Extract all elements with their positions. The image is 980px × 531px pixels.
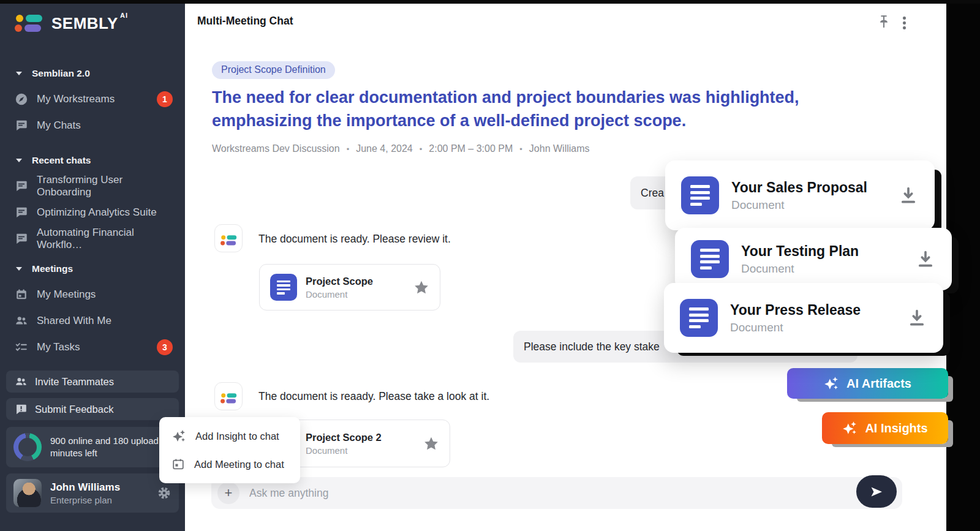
- chat-input-bar: +: [211, 477, 902, 509]
- user-plan: Enterprise plan: [50, 494, 120, 506]
- context-menu: Add Insight to chat Add Meeting to chat: [159, 417, 300, 483]
- frame-top-bar: [0, 0, 980, 4]
- sparkles-icon: [824, 375, 839, 391]
- meta-separator: [519, 143, 522, 154]
- sparkles-icon: [842, 420, 857, 436]
- document-icon: [680, 299, 718, 337]
- document-title: Project Scope 2: [306, 431, 382, 445]
- sidebar-section-semblian[interactable]: Semblian 2.0: [15, 66, 178, 81]
- ai-artifacts-button[interactable]: AI Artifacts: [787, 368, 948, 399]
- sidebar-item-recent-chat-2[interactable]: Optimizing Analytics Suite: [15, 205, 178, 220]
- download-icon[interactable]: [907, 307, 927, 328]
- send-button[interactable]: [856, 475, 897, 508]
- invite-teammates-button[interactable]: Invite Teammates: [6, 371, 179, 393]
- user-name: John Williams: [50, 481, 120, 494]
- artifact-type: Document: [731, 197, 867, 213]
- document-card-project-scope[interactable]: Project Scope Document: [259, 264, 440, 311]
- meta-source: Workstreams Dev Discussion: [212, 143, 340, 154]
- minutes-remaining-card: 900 online and 180 upload minutes left: [6, 427, 179, 467]
- menu-item-add-insight[interactable]: Add Insight to chat: [172, 424, 288, 448]
- artifact-card-press-release[interactable]: Your Press Release Document: [664, 283, 943, 353]
- tasks-icon: [15, 341, 28, 354]
- document-type: Document: [306, 445, 382, 457]
- meta-date: June 4, 2024: [356, 143, 413, 154]
- tasks-badge: 3: [157, 339, 173, 355]
- calendar-icon: [172, 458, 185, 471]
- sidebar-item-shared-with-me[interactable]: Shared With Me: [15, 313, 178, 329]
- download-icon[interactable]: [898, 185, 919, 206]
- feedback-icon: [15, 403, 28, 416]
- chat-icon: [15, 206, 28, 219]
- document-icon: [270, 274, 297, 301]
- document-type: Document: [306, 288, 373, 301]
- bot-avatar: [214, 224, 243, 252]
- app-window: SEMBLYAI Semblian 2.0 My Workstreams 1 M…: [0, 0, 980, 531]
- bot-message: The document is ready. Please review it.: [258, 233, 451, 246]
- sidebar: SEMBLYAI Semblian 2.0 My Workstreams 1 M…: [0, 0, 185, 531]
- user-profile-card[interactable]: John Williams Enterprise plan: [6, 473, 179, 513]
- bot-avatar: [214, 382, 243, 410]
- add-attachment-button[interactable]: +: [217, 482, 239, 504]
- sparkles-icon: [172, 429, 186, 443]
- artifact-card-sales-proposal[interactable]: Your Sales Proposal Document: [665, 160, 935, 230]
- sembly-logo-icon: [221, 235, 238, 246]
- sidebar-item-my-workstreams[interactable]: My Workstreams 1: [15, 91, 178, 107]
- compass-icon: [15, 92, 28, 106]
- chevron-down-icon: [16, 267, 22, 271]
- meta-separator: [347, 143, 350, 154]
- brand-logo: SEMBLYAI: [15, 12, 178, 40]
- meeting-meta: Workstreams Dev Discussion June 4, 2024 …: [212, 143, 590, 154]
- chat-icon: [15, 179, 28, 193]
- brand-name: SEMBLYAI: [51, 14, 126, 33]
- minutes-remaining-text: 900 online and 180 upload minutes left: [50, 435, 172, 459]
- artifact-title: Your Testing Plan: [741, 242, 859, 261]
- meta-separator: [420, 143, 423, 154]
- submit-feedback-button[interactable]: Submit Feedback: [6, 398, 179, 420]
- download-icon[interactable]: [915, 249, 936, 269]
- page-title: Multi-Meeting Chat: [197, 15, 293, 28]
- sidebar-item-my-tasks[interactable]: My Tasks 3: [15, 339, 178, 355]
- workstreams-badge: 1: [157, 91, 173, 107]
- people-icon: [15, 375, 28, 388]
- sidebar-item-my-meetings[interactable]: My Meetings: [15, 287, 178, 303]
- sembly-logo-icon: [15, 15, 44, 33]
- sidebar-section-meetings[interactable]: Meetings: [15, 262, 178, 276]
- ai-insights-button[interactable]: AI Insights: [822, 412, 948, 444]
- sidebar-item-recent-chat-1[interactable]: Transforming User Onboarding: [15, 178, 178, 194]
- minutes-progress-ring: [13, 433, 42, 461]
- star-icon[interactable]: [413, 279, 429, 295]
- artifact-type: Document: [741, 261, 859, 277]
- chevron-down-icon: [16, 159, 22, 162]
- more-options-icon[interactable]: [902, 15, 907, 31]
- artifact-title: Your Sales Proposal: [731, 178, 867, 197]
- chat-icon: [15, 232, 28, 246]
- chat-icon: [15, 119, 28, 132]
- avatar: [13, 479, 42, 507]
- meta-time: 2:00 PM – 3:00 PM: [429, 143, 513, 154]
- topic-tag: Project Scope Definition: [212, 61, 335, 79]
- artifact-card-testing-plan[interactable]: Your Testing Plan Document: [675, 228, 952, 290]
- people-icon: [15, 314, 28, 328]
- bot-message: The document is reaady. Please take a lo…: [258, 390, 489, 403]
- sidebar-item-my-chats[interactable]: My Chats: [15, 118, 178, 134]
- calendar-icon: [15, 288, 28, 301]
- sidebar-section-recent-chats[interactable]: Recent chats: [15, 153, 178, 168]
- artifact-title: Your Press Release: [730, 301, 861, 320]
- meta-author: John Williams: [529, 143, 590, 154]
- star-icon[interactable]: [423, 435, 439, 451]
- document-icon: [681, 176, 719, 214]
- summary-heading: The need for clear documentation and pro…: [212, 86, 901, 132]
- menu-item-add-meeting[interactable]: Add Meeting to chat: [172, 453, 288, 476]
- gear-icon[interactable]: [157, 486, 172, 500]
- document-icon: [691, 240, 729, 278]
- chevron-down-icon: [16, 72, 22, 75]
- chat-input[interactable]: [239, 487, 896, 500]
- pin-icon[interactable]: [876, 13, 892, 29]
- artifact-type: Document: [730, 320, 861, 336]
- sembly-logo-icon: [221, 393, 238, 404]
- brand-sup: AI: [120, 12, 128, 19]
- send-icon: [869, 484, 884, 499]
- sidebar-item-recent-chat-3[interactable]: Automating Financial Workflo…: [15, 231, 178, 247]
- document-title: Project Scope: [306, 274, 373, 288]
